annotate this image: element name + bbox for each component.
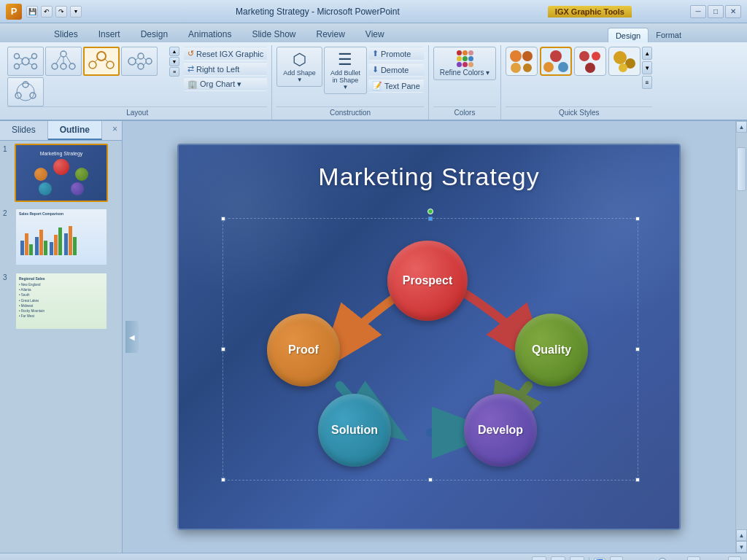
handle-bl[interactable]: [221, 478, 225, 482]
refine-colors-btn[interactable]: Refine Colors ▾: [433, 47, 496, 80]
tab-review[interactable]: Review: [306, 26, 355, 42]
slide-thumb-1[interactable]: Marketing Strategy: [15, 144, 108, 202]
tab-slideshow[interactable]: Slide Show: [241, 26, 306, 42]
tab-insert[interactable]: Insert: [88, 26, 131, 42]
circle-proof[interactable]: Proof: [267, 314, 340, 386]
layout-scroll: ▲ ▼ ≡: [169, 47, 179, 77]
circle-develop[interactable]: Develop: [464, 394, 537, 467]
zoom-in-btn[interactable]: +: [687, 556, 700, 561]
right-to-left-btn[interactable]: ⇄ Right to Left: [184, 62, 267, 76]
layout-thumb-5[interactable]: [7, 77, 44, 106]
slide-item-1[interactable]: 1 Marketing Strategy: [3, 144, 119, 202]
handle-tl[interactable]: [221, 217, 225, 221]
handle-bc[interactable]: [428, 478, 433, 482]
qs-thumb-3[interactable]: [574, 47, 606, 76]
maximize-button[interactable]: □: [708, 5, 724, 18]
slide-list: 1 Marketing Strategy: [0, 141, 122, 552]
status-bar: Slide 1 of 3 "Deluxe" ⊞ ⊟ ▶ ♿ − + 71% ⤢: [0, 553, 747, 560]
qs-thumb-4[interactable]: [608, 47, 640, 76]
zoom-out-btn[interactable]: −: [610, 556, 623, 561]
qa-dropdown[interactable]: ▼: [70, 6, 82, 18]
tab-slides[interactable]: Slides: [44, 26, 88, 42]
demote-btn[interactable]: ⬇ Demote: [368, 63, 424, 77]
layout-scroll-up[interactable]: ▲: [169, 47, 179, 56]
slide-item-3[interactable]: 3 Regional Sales • New England• Atlanta•…: [3, 272, 119, 330]
panel-tab-outline[interactable]: Outline: [48, 121, 102, 140]
svg-point-18: [107, 61, 114, 69]
ribbon-group-quick-styles: ▲ ▼ ≡ Quick Styles: [501, 45, 657, 120]
normal-view-btn[interactable]: ⊞: [532, 556, 546, 561]
panel-tab-slides[interactable]: Slides: [0, 121, 48, 140]
igx-tools-tab: IGX Graphic Tools: [548, 6, 632, 18]
circle-quality[interactable]: Quality: [515, 314, 588, 386]
layout-thumb-3[interactable]: [83, 47, 120, 76]
handle-tc[interactable]: [428, 217, 433, 221]
tab-igx-design[interactable]: Design: [608, 28, 649, 42]
qs-scroll-expand[interactable]: ≡: [642, 76, 652, 89]
svg-line-20: [105, 59, 108, 62]
promote-btn[interactable]: ⬆ Promote: [368, 47, 424, 61]
ribbon-group-construction: ⬡ Add Shape ▼ ☰ Add Bulletin Shape ▼ ⬆ P…: [272, 45, 429, 120]
quick-styles-row: [506, 47, 640, 76]
zoom-control: − + 71%: [610, 556, 724, 561]
scroll-track[interactable]: [736, 133, 747, 529]
reset-igx-btn[interactable]: ↺ Reset IGX Graphic: [184, 47, 267, 61]
scroll-thumb[interactable]: [737, 147, 746, 191]
undo-button[interactable]: ↶: [41, 6, 53, 18]
handle-tr[interactable]: [635, 217, 640, 221]
svg-point-17: [89, 61, 96, 69]
svg-point-0: [22, 58, 29, 65]
qs-scroll-up[interactable]: ▲: [642, 47, 652, 60]
zoom-slider-thumb[interactable]: [658, 558, 667, 561]
tab-view[interactable]: View: [355, 26, 395, 42]
slide-thumb-3[interactable]: Regional Sales • New England• Atlanta• S…: [15, 272, 108, 330]
save-button[interactable]: 💾: [26, 6, 38, 18]
layout-commands: ↺ Reset IGX Graphic ⇄ Right to Left 🏢 Or…: [181, 47, 267, 91]
add-shape-btn[interactable]: ⬡ Add Shape ▼: [276, 47, 322, 87]
handle-ml[interactable]: [221, 347, 225, 351]
tab-design[interactable]: Design: [131, 26, 178, 42]
quick-access-toolbar: 💾 ↶ ↷ ▼: [26, 6, 82, 18]
tab-igx-format[interactable]: Format: [649, 28, 689, 42]
layout-scroll-down[interactable]: ▼: [169, 57, 179, 66]
move-handle[interactable]: [427, 209, 433, 214]
layout-content: ▲ ▼ ≡ ↺ Reset IGX Graphic ⇄ Right to Lef…: [7, 47, 267, 106]
window-title: Marketing Strategy - Microsoft PowerPoin…: [88, 7, 548, 17]
scroll-down-btn-2[interactable]: ▼: [736, 541, 747, 553]
scroll-down-btn-1[interactable]: ▲: [736, 529, 747, 541]
circle-prospect[interactable]: Prospect: [387, 241, 468, 321]
nav-arrow-left[interactable]: ◀: [125, 321, 139, 353]
svg-point-9: [61, 51, 66, 57]
scroll-up-btn[interactable]: ▲: [736, 121, 747, 133]
fit-slide-btn[interactable]: ⤢: [728, 556, 741, 561]
text-pane-btn[interactable]: 📝 Text Pane: [368, 79, 424, 93]
handle-br[interactable]: [635, 478, 640, 482]
layout-thumb-4[interactable]: [121, 47, 158, 76]
layout-scroll-expand[interactable]: ≡: [169, 67, 179, 77]
org-chart-btn[interactable]: 🏢 Org Chart ▾: [184, 77, 267, 91]
svg-point-34: [522, 51, 533, 61]
svg-line-28: [144, 63, 146, 65]
add-bullet-btn[interactable]: ☰ Add Bulletin Shape ▼: [324, 47, 367, 94]
qs-thumb-1[interactable]: [506, 47, 538, 76]
slideshow-btn[interactable]: ▶: [570, 556, 584, 561]
qs-thumb-2[interactable]: [540, 47, 572, 76]
slide-item-2[interactable]: 2 Sales Report Comparison: [3, 208, 119, 266]
svg-point-36: [523, 63, 532, 72]
tab-animations[interactable]: Animations: [178, 26, 241, 42]
layout-thumb-1[interactable]: [7, 47, 44, 76]
slide-sorter-btn[interactable]: ⊟: [551, 556, 565, 561]
handle-mr[interactable]: [635, 347, 640, 351]
slide-thumb-2[interactable]: Sales Report Comparison: [15, 208, 108, 266]
accessibility-btn[interactable]: ♿: [594, 558, 605, 561]
redo-button[interactable]: ↷: [55, 6, 67, 18]
panel-close-btn[interactable]: ×: [108, 121, 122, 140]
minimize-button[interactable]: ─: [690, 5, 706, 18]
layout-thumb-2[interactable]: [45, 47, 82, 76]
construction-group-label: Construction: [276, 106, 424, 117]
close-button[interactable]: ✕: [725, 5, 741, 18]
qs-scroll-down[interactable]: ▼: [642, 61, 652, 74]
circle-solution[interactable]: Solution: [318, 394, 391, 467]
content-area: ◀ Marketing Strategy: [123, 121, 735, 553]
diagram-container[interactable]: Prospect Proof Quality Solution Develop: [222, 218, 638, 481]
